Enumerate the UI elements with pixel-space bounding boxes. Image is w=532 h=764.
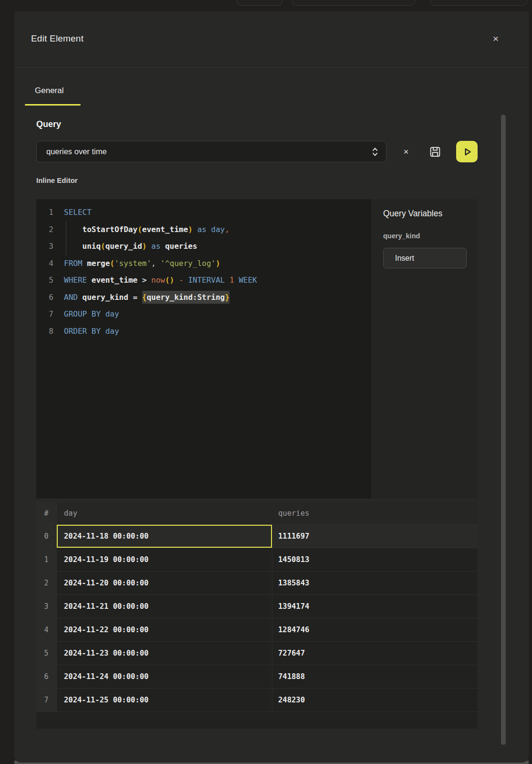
queries-cell[interactable]: 1385843 [272,572,478,595]
queries-cell[interactable]: 1284746 [272,618,478,642]
clear-query-icon[interactable]: × [399,145,413,159]
code-token [64,242,83,251]
code-token [78,293,83,302]
code-token [87,309,92,318]
line-number: 8 [36,323,55,340]
edit-element-modal: Edit Element × General Query queries ove… [14,11,529,763]
modal-scrollbar[interactable] [501,115,506,745]
code-line[interactable]: 2 toStartOfDay(event_time) as day, [36,221,372,238]
code-token [234,276,239,285]
line-number: 5 [36,272,55,289]
background-button-3 [430,0,527,6]
code-token: ) [188,225,193,234]
row-index-cell: 5 [36,642,57,665]
line-number: 6 [36,289,55,306]
queries-cell[interactable]: 248230 [272,689,478,712]
day-cell[interactable]: 2024-11-21 00:00:00 [57,595,272,618]
row-index-cell: 2 [36,572,57,595]
tab-active-underline [25,104,81,106]
select-updown-icon [372,147,378,157]
tab-general[interactable]: General [35,86,63,96]
code-token: FROM [64,259,83,268]
query-section-heading: Query [36,119,61,129]
code-token: { [142,291,147,304]
day-cell[interactable]: 2024-11-19 00:00:00 [57,548,272,572]
code-token [137,293,142,302]
code-token: WEEK [239,276,257,285]
query-select[interactable]: queries over time [36,141,386,162]
code-token: query_kind [83,293,128,302]
code-token [101,309,105,318]
day-cell[interactable]: 2024-11-23 00:00:00 [57,642,272,665]
code-token [87,327,92,336]
table-row: 12024-11-19 00:00:001450813 [36,548,478,572]
code-token: SELECT [64,208,92,217]
code-token [137,276,142,285]
code-token: BY [92,309,101,318]
code-token: , [151,259,160,268]
query-select-value: queries over time [46,147,372,156]
code-line[interactable]: 1SELECT [36,204,372,221]
code-token: '^query_log' [160,259,216,268]
code-token: queries [165,242,197,251]
code-token: query_id [105,242,142,251]
code-text: toStartOfDay(event_time) as day, [55,221,372,238]
queries-cell[interactable]: 741888 [272,665,478,689]
day-cell[interactable]: 2024-11-18 00:00:00 [57,525,272,548]
table-row: 42024-11-22 00:00:001284746 [36,618,478,642]
code-line[interactable]: 5WHERE event_time > now() - INTERVAL 1 W… [36,272,372,289]
code-lines[interactable]: 1SELECT2 toStartOfDay(event_time) as day… [36,199,372,499]
variable-name-label: query_kind [383,232,467,240]
table-row: 22024-11-20 00:00:001385843 [36,572,478,595]
code-token: as [197,225,206,234]
code-token [83,259,87,268]
close-icon[interactable]: × [489,32,503,46]
code-token [128,293,133,302]
modal-title: Edit Element [31,33,83,44]
code-token: , [225,225,229,234]
code-token [193,225,198,234]
code-text: FROM merge('system', '^query_log') [55,255,372,272]
queries-cell[interactable]: 727647 [272,642,478,665]
queries-cell[interactable]: 1111697 [272,525,478,548]
header-divider [14,67,529,68]
save-icon [428,145,442,159]
queries-cell[interactable]: 1450813 [272,548,478,572]
query-variables-panel: Query Variables query_kind Insert [372,199,478,499]
row-index-cell: 6 [36,665,57,689]
code-token: } [225,291,229,304]
day-cell[interactable]: 2024-11-25 00:00:00 [57,689,272,712]
insert-variable-button[interactable]: Insert [383,248,467,268]
code-token: ORDER [64,327,87,336]
run-query-button[interactable] [456,141,478,162]
code-token: ( [110,259,115,268]
code-line[interactable]: 3 uniq(query_id) as queries [36,238,372,255]
code-line[interactable]: 6AND query_kind = {query_kind:String} [36,289,372,306]
code-token: ) [170,276,175,285]
code-token [87,276,92,285]
day-cell[interactable]: 2024-11-20 00:00:00 [57,572,272,595]
row-index-cell: 0 [36,525,57,548]
table-header-day: day [57,502,272,525]
code-token: WHERE [64,276,87,285]
code-token: query_kind:String [146,291,225,304]
queries-cell[interactable]: 1394174 [272,595,478,618]
code-token [101,327,105,336]
code-token [174,276,179,285]
inline-editor-label: Inline Editor [36,176,78,184]
code-token: merge [87,259,110,268]
code-text: ORDER BY day [55,323,372,340]
code-text: GROUP BY day [55,306,372,323]
save-button[interactable] [428,144,443,159]
play-icon [461,146,473,158]
code-line[interactable]: 4FROM merge('system', '^query_log') [36,255,372,272]
code-token: day [211,225,225,234]
code-token: 'system' [115,259,151,268]
code-token: - [179,276,184,285]
code-line[interactable]: 8ORDER BY day [36,323,372,340]
code-text: WHERE event_time > now() - INTERVAL 1 WE… [55,272,372,289]
day-cell[interactable]: 2024-11-22 00:00:00 [57,618,272,642]
code-line[interactable]: 7GROUP BY day [36,306,372,323]
day-cell[interactable]: 2024-11-24 00:00:00 [57,665,272,689]
code-token: day [105,309,119,318]
